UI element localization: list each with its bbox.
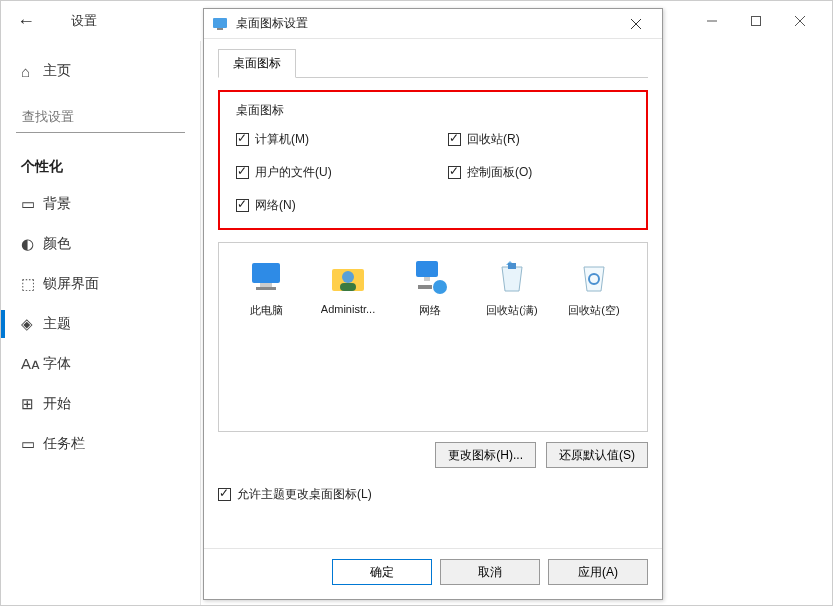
nav-background[interactable]: ▭ 背景 — [1, 184, 200, 224]
checkbox-recycle-bin[interactable]: 回收站(R) — [448, 131, 630, 148]
checkbox-icon — [448, 166, 461, 179]
minimize-button[interactable] — [690, 6, 734, 36]
palette-icon: ◐ — [21, 235, 43, 253]
picture-icon: ▭ — [21, 195, 43, 213]
back-arrow-icon[interactable]: ← — [11, 11, 41, 32]
checkbox-computer[interactable]: 计算机(M) — [236, 131, 418, 148]
svg-rect-18 — [508, 263, 516, 269]
change-icon-button[interactable]: 更改图标(H)... — [435, 442, 536, 468]
nav-label: 背景 — [43, 195, 71, 213]
svg-rect-4 — [213, 18, 227, 28]
checkbox-network[interactable]: 网络(N) — [236, 197, 418, 214]
tab-strip: 桌面图标 — [218, 49, 648, 78]
icon-item-this-pc[interactable]: 此电脑 — [227, 253, 305, 322]
desktop-icons-group: 桌面图标 计算机(M) 回收站(R) 用户的文件(U) 控制面板(O) — [218, 90, 648, 230]
dialog-title: 桌面图标设置 — [236, 15, 308, 32]
network-icon — [410, 257, 450, 297]
icon-preview-list[interactable]: 此电脑 Administr... 网络 回收站(满) — [218, 242, 648, 432]
icon-buttons-row: 更改图标(H)... 还原默认值(S) — [218, 442, 648, 468]
checkbox-label: 控制面板(O) — [467, 164, 532, 181]
checkbox-label: 用户的文件(U) — [255, 164, 332, 181]
dialog-close-button[interactable] — [618, 12, 654, 36]
group-label: 桌面图标 — [236, 102, 630, 119]
nav-label: 颜色 — [43, 235, 71, 253]
svg-rect-13 — [340, 283, 356, 291]
nav-label: 主题 — [43, 315, 71, 333]
user-folder-icon — [328, 257, 368, 297]
ok-button[interactable]: 确定 — [332, 559, 432, 585]
svg-rect-9 — [260, 283, 272, 287]
icon-label: 此电脑 — [250, 303, 283, 318]
nav-label: 任务栏 — [43, 435, 85, 453]
nav-lockscreen[interactable]: ⬚ 锁屏界面 — [1, 264, 200, 304]
nav-taskbar[interactable]: ▭ 任务栏 — [1, 424, 200, 464]
svg-rect-5 — [217, 28, 223, 30]
svg-rect-17 — [418, 285, 432, 289]
nav-home[interactable]: ⌂ 主页 — [1, 51, 200, 91]
icon-item-recycle-full[interactable]: 回收站(满) — [473, 253, 551, 322]
icon-label: 回收站(空) — [568, 303, 619, 318]
checkbox-icon — [218, 488, 231, 501]
svg-rect-10 — [256, 287, 276, 290]
nav-label: 锁屏界面 — [43, 275, 99, 293]
checkbox-icon — [448, 133, 461, 146]
search-input[interactable] — [16, 101, 185, 133]
section-heading: 个性化 — [1, 143, 200, 184]
desktop-icon-settings-dialog: 桌面图标设置 桌面图标 桌面图标 计算机(M) 回收站(R) 用户 — [203, 8, 663, 600]
restore-default-button[interactable]: 还原默认值(S) — [546, 442, 648, 468]
start-icon: ⊞ — [21, 395, 43, 413]
checkbox-label: 回收站(R) — [467, 131, 520, 148]
tab-desktop-icons[interactable]: 桌面图标 — [218, 49, 296, 78]
theme-icon: ◈ — [21, 315, 43, 333]
checkbox-user-files[interactable]: 用户的文件(U) — [236, 164, 418, 181]
computer-icon — [246, 257, 286, 297]
font-icon: Aᴀ — [21, 355, 43, 373]
apply-button[interactable]: 应用(A) — [548, 559, 648, 585]
close-button[interactable] — [778, 6, 822, 36]
checkbox-allow-theme[interactable]: 允许主题更改桌面图标(L) — [218, 486, 648, 503]
nav-start[interactable]: ⊞ 开始 — [1, 384, 200, 424]
home-icon: ⌂ — [21, 63, 43, 80]
checkbox-label: 允许主题更改桌面图标(L) — [237, 486, 372, 503]
icon-item-user[interactable]: Administr... — [309, 253, 387, 319]
cancel-button[interactable]: 取消 — [440, 559, 540, 585]
checkbox-label: 计算机(M) — [255, 131, 309, 148]
svg-point-12 — [342, 271, 354, 283]
checkbox-icon — [236, 166, 249, 179]
icon-item-network[interactable]: 网络 — [391, 253, 469, 322]
nav-label: 主页 — [43, 62, 71, 80]
checkbox-grid: 计算机(M) 回收站(R) 用户的文件(U) 控制面板(O) 网络(N) — [236, 131, 630, 214]
svg-rect-15 — [424, 277, 430, 281]
maximize-button[interactable] — [734, 6, 778, 36]
nav-label: 字体 — [43, 355, 71, 373]
svg-rect-14 — [416, 261, 438, 277]
recycle-full-icon — [492, 257, 532, 297]
svg-rect-1 — [752, 17, 761, 26]
svg-rect-8 — [252, 263, 280, 283]
nav-fonts[interactable]: Aᴀ 字体 — [1, 344, 200, 384]
lockscreen-icon: ⬚ — [21, 275, 43, 293]
dialog-titlebar: 桌面图标设置 — [204, 9, 662, 39]
icon-item-recycle-empty[interactable]: 回收站(空) — [555, 253, 633, 322]
icon-label: 回收站(满) — [486, 303, 537, 318]
nav-colors[interactable]: ◐ 颜色 — [1, 224, 200, 264]
dialog-footer: 确定 取消 应用(A) — [204, 548, 662, 599]
dialog-icon — [212, 15, 230, 33]
icon-label: Administr... — [321, 303, 375, 315]
icon-label: 网络 — [419, 303, 441, 318]
settings-search — [16, 101, 185, 133]
svg-point-16 — [433, 280, 447, 294]
settings-title: 设置 — [71, 12, 97, 30]
checkbox-control-panel[interactable]: 控制面板(O) — [448, 164, 630, 181]
taskbar-icon: ▭ — [21, 435, 43, 453]
checkbox-label: 网络(N) — [255, 197, 296, 214]
checkbox-icon — [236, 133, 249, 146]
window-controls — [690, 6, 822, 36]
nav-themes[interactable]: ◈ 主题 — [1, 304, 200, 344]
settings-sidebar: ⌂ 主页 个性化 ▭ 背景 ◐ 颜色 ⬚ 锁屏界面 ◈ 主题 — [1, 41, 201, 605]
recycle-empty-icon — [574, 257, 614, 297]
checkbox-icon — [236, 199, 249, 212]
nav-label: 开始 — [43, 395, 71, 413]
dialog-body: 桌面图标 桌面图标 计算机(M) 回收站(R) 用户的文件(U) — [204, 39, 662, 548]
